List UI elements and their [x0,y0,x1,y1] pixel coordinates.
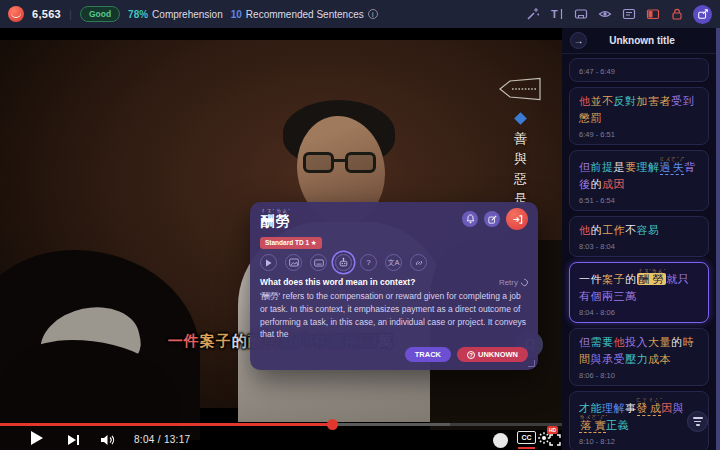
word-definition-popup: 酬勞ㄔㄡˊ ㄌㄠˊ Standard TD 1 ★ [250,202,538,370]
word-segment[interactable]: 一件 [579,273,602,285]
word-segment[interactable]: 落實ㄌㄨㄛˋㄕˊ [579,419,606,433]
word-segment[interactable]: 的 [671,336,683,348]
word-segment[interactable]: 兩三萬 [602,290,637,302]
bell-icon[interactable] [462,211,478,227]
sentence-card[interactable]: 但需要他投入大量的時間與承受壓力成本8:06 - 8:10 [569,328,709,386]
vertical-caption-char: 與 [514,151,527,166]
word-segment[interactable]: 懲罰 [579,112,602,124]
word-segment[interactable]: 並不 [591,95,614,107]
sentence-card[interactable]: 他的工作不容易8:03 - 8:04 [569,216,709,257]
wand-icon[interactable] [525,7,540,22]
reader-icon[interactable] [621,7,636,22]
word-segment[interactable]: 的 [591,224,603,236]
word-segment[interactable]: 過失ㄍㄨㄛˋㄕ [660,161,685,175]
word-segment[interactable]: 投入 [625,336,648,348]
track-button[interactable]: TRACK [405,347,451,362]
sentence-card[interactable]: 一件案子的酬勞ㄔㄡˊㄌㄠˊ就只有個兩三萬8:04 - 8:06 [569,262,709,323]
sentence-text: 才能理解事發成ㄈㄚㄔㄥˊ因與落實ㄌㄨㄛˋㄕˊ正義 [579,397,699,434]
word-segment[interactable]: 但 [579,336,591,348]
resize-handle[interactable] [528,360,535,367]
play-button[interactable] [30,430,44,450]
timestamp: 8:03 - 8:04 [579,242,699,251]
sentence-text: 他並不反對加害者受到懲罰 [579,93,699,127]
word-segment[interactable]: 是 [614,161,626,173]
word-segment[interactable]: 成因 [602,178,625,190]
sentence-card[interactable]: 6:47 - 6:49 [569,58,709,82]
word-segment[interactable]: 發成ㄈㄚㄔㄥˊ [637,402,662,416]
audio-play-icon[interactable] [260,254,277,271]
scrubber[interactable] [327,419,338,430]
compose-icon[interactable] [484,211,500,227]
word-segment[interactable]: 不 [625,224,637,236]
word-segment[interactable]: 受到 [671,95,694,107]
retry-icon [520,277,530,287]
word-segment[interactable]: 成本 [648,353,671,365]
retry-button[interactable]: Retry [499,278,528,287]
word-segment[interactable]: 容易 [637,224,660,236]
image-icon[interactable] [285,254,302,271]
scrollbar[interactable] [716,28,720,450]
word-segment[interactable]: 因 [661,402,673,414]
word-segment[interactable]: 案子 [602,273,625,285]
eye-icon[interactable] [597,7,612,22]
word-segment[interactable]: 酬勞ㄔㄡˊㄌㄠˊ [637,273,667,285]
word-segment[interactable]: 理解 [637,161,660,173]
filter-button[interactable] [687,411,708,432]
arrow-right-icon[interactable]: → [570,32,587,49]
word-segment[interactable]: 加害者 [637,95,672,107]
word-segment[interactable]: 的 [591,178,603,190]
word-segment[interactable]: 與 [591,353,603,365]
word-segment[interactable]: 要 [625,161,637,173]
subtitle-word[interactable]: 一件 [168,332,200,349]
app-logo-icon [8,6,24,22]
word-segment[interactable]: 壓力 [625,353,648,365]
word-segment[interactable]: 大量 [648,336,671,348]
word-segment[interactable]: 的 [625,273,637,285]
captions-button[interactable]: CC [517,431,536,444]
subtitle-word[interactable]: 的 [232,332,248,349]
word-segment[interactable]: 需要 [591,336,614,348]
question-icon[interactable]: ? [360,254,377,271]
sentence-card[interactable]: 他並不反對加害者受到懲罰6:49 - 6:51 [569,87,709,145]
timestamp: 8:06 - 8:10 [579,371,699,380]
timestamp: 6:51 - 6:54 [579,196,699,205]
flashcards-icon[interactable] [573,7,588,22]
lock-icon[interactable] [669,7,684,22]
word-segment[interactable]: 但 [579,161,591,173]
word-segment[interactable]: 承受 [602,353,625,365]
word-segment[interactable]: 反對 [614,95,637,107]
subtitle-word[interactable]: 案子 [200,332,232,349]
word-segment[interactable]: 與 [673,402,685,414]
fullscreen-button[interactable] [549,432,561,450]
word-segment[interactable]: 他 [579,95,591,107]
translate-icon[interactable]: 文A [385,254,402,271]
word-segment[interactable]: 正義 [606,419,629,431]
transcript-sidebar: → Unknown title 6:47 - 6:49他並不反對加害者受到懲罰6… [562,28,720,450]
panel-icon[interactable] [645,7,660,22]
word-segment[interactable]: 前提 [591,161,614,173]
robot-icon[interactable] [335,254,352,271]
sentence-text: 一件案子的酬勞ㄔㄡˊㄌㄠˊ就只有個兩三萬 [579,268,699,305]
next-button[interactable] [68,432,80,450]
hd-badge: HD [547,426,558,434]
exit-icon[interactable] [506,208,528,230]
divider: | [69,8,72,20]
progress-bar[interactable] [0,423,562,426]
unknown-button[interactable]: ? UNKNOWN [457,347,528,362]
diamond-icon [514,112,527,125]
word-segment[interactable]: 才能 [579,402,602,414]
sentence-card[interactable]: 但前提是要理解過失ㄍㄨㄛˋㄕ背後的成因6:51 - 6:54 [569,150,709,211]
volume-button[interactable] [100,432,115,450]
word-segment[interactable]: 他 [579,224,591,236]
word-segment[interactable]: 理解 [602,402,625,414]
flashcard-icon[interactable] [310,254,327,271]
word-segment[interactable]: 工作 [602,224,625,236]
word-segment[interactable]: 他 [614,336,626,348]
export-icon[interactable] [693,5,712,24]
link-icon[interactable] [410,254,427,271]
sentence-text: 但需要他投入大量的時間與承受壓力成本 [579,334,699,368]
timestamp: 6:49 - 6:51 [579,130,699,139]
text-annotation-icon[interactable]: T [549,7,564,22]
timestamp: 8:04 - 8:06 [579,308,699,317]
info-icon[interactable]: i [368,9,378,19]
